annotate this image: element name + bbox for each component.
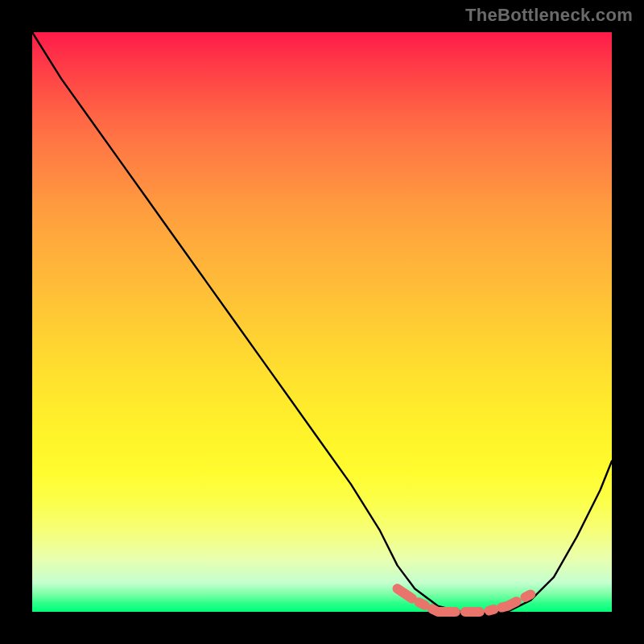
chart-canvas: TheBottleneck.com <box>0 0 644 644</box>
bottleneck-curve <box>32 32 612 612</box>
optimal-zone-markers <box>398 588 531 612</box>
curve-svg <box>32 32 612 612</box>
plot-area <box>32 32 612 612</box>
watermark-text: TheBottleneck.com <box>465 5 633 26</box>
